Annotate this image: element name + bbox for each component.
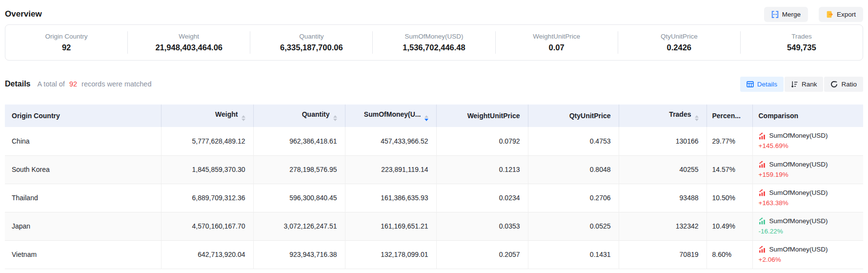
column-header-sum-of-money[interactable]: SumOfMoney(U... xyxy=(345,105,436,127)
cell-qty-unit-price: 0.1431 xyxy=(528,240,619,269)
stat-value: 21,948,403,464.06 xyxy=(128,43,250,52)
sort-carets[interactable] xyxy=(695,115,699,121)
cell-sum-of-money: 457,433,966.52 xyxy=(345,127,436,155)
details-bar: Details A total of92records were matched… xyxy=(5,75,863,93)
rank-icon xyxy=(791,81,798,88)
view-switcher: Details Rank Ratio xyxy=(740,77,863,92)
sort-carets-active-desc[interactable] xyxy=(424,115,428,121)
cell-weight-unit-price: 0.1213 xyxy=(436,155,528,184)
overview-stats-card: Origin Country 92 Weight 21,948,403,464.… xyxy=(5,24,863,61)
cell-comparison: SumOfMoney(USD) +163.38% xyxy=(752,184,863,212)
cell-country: China xyxy=(5,127,161,155)
tab-rank[interactable]: Rank xyxy=(785,77,824,92)
ratio-icon xyxy=(830,81,838,88)
comparison-metric: SumOfMoney(USD) xyxy=(769,216,828,226)
page: Overview Merge xyxy=(0,0,868,269)
cell-qty-unit-price: 0.4753 xyxy=(528,127,619,155)
bar-chart-up-icon xyxy=(759,246,766,253)
sort-carets[interactable] xyxy=(333,115,337,121)
tab-ratio[interactable]: Ratio xyxy=(824,77,863,92)
sort-carets[interactable] xyxy=(242,115,245,121)
cell-trades: 40255 xyxy=(619,155,707,184)
tab-ratio-label: Ratio xyxy=(841,81,857,88)
cell-weight-unit-price: 0.0792 xyxy=(436,127,528,155)
cell-sum-of-money: 132,178,099.01 xyxy=(345,240,436,269)
stat-value: 6,335,187,700.06 xyxy=(250,43,372,52)
bar-chart-up-icon xyxy=(759,189,766,196)
comparison-metric: SumOfMoney(USD) xyxy=(769,131,828,141)
comparison-change: +159.19% xyxy=(759,169,864,180)
cell-percent: 10.49% xyxy=(707,212,752,240)
cell-weight: 5,777,628,489.12 xyxy=(161,127,253,155)
merge-icon xyxy=(771,11,779,18)
export-button[interactable]: Export xyxy=(819,7,863,22)
comparison-metric: SumOfMoney(USD) xyxy=(769,160,828,169)
stat-label: WeightUnitPrice xyxy=(496,33,618,40)
cell-trades: 70819 xyxy=(619,240,707,269)
column-header-percent: Percen... xyxy=(707,105,752,127)
cell-trades: 93488 xyxy=(619,184,707,212)
comparison-change: -16.22% xyxy=(759,226,864,236)
tab-details-label: Details xyxy=(757,81,777,88)
details-title: Details xyxy=(5,80,30,88)
comparison-metric: SumOfMoney(USD) xyxy=(769,245,828,254)
cell-country: South Korea xyxy=(5,155,161,184)
comparison-change: +163.38% xyxy=(759,198,864,208)
cell-weight: 642,713,920.04 xyxy=(161,240,253,269)
cell-comparison: SumOfMoney(USD) -16.22% xyxy=(752,212,863,240)
cell-percent: 10.50% xyxy=(707,184,752,212)
table-icon xyxy=(747,81,754,88)
cell-trades: 130166 xyxy=(619,127,707,155)
overview-title: Overview xyxy=(5,9,42,19)
stat-label: QtyUnitPrice xyxy=(618,33,740,40)
cell-sum-of-money: 161,386,635.93 xyxy=(345,184,436,212)
cell-qty-unit-price: 0.2706 xyxy=(528,184,619,212)
export-button-label: Export xyxy=(837,11,856,18)
comparison-change: +145.69% xyxy=(759,141,864,151)
stat-quantity: Quantity 6,335,187,700.06 xyxy=(250,31,373,54)
cell-weight: 6,889,709,312.36 xyxy=(161,184,253,212)
bar-chart-up-icon xyxy=(759,132,766,140)
table-row-thailand: Thailand 6,889,709,312.36 596,300,840.45… xyxy=(5,184,863,212)
table-row-south-korea: South Korea 1,845,859,370.30 278,198,576… xyxy=(5,155,863,184)
stat-value: 0.07 xyxy=(496,43,618,52)
cell-quantity: 923,943,716.38 xyxy=(253,240,345,269)
column-header-quantity[interactable]: Quantity xyxy=(253,105,345,127)
comparison-change: +2.06% xyxy=(759,254,864,265)
cell-country: Vietnam xyxy=(5,240,161,269)
cell-qty-unit-price: 0.8048 xyxy=(528,155,619,184)
cell-quantity: 596,300,840.45 xyxy=(253,184,345,212)
column-header-weight[interactable]: Weight xyxy=(161,105,253,127)
column-header-weight-unit-price: WeightUnitPrice xyxy=(436,105,528,127)
cell-country: Thailand xyxy=(5,184,161,212)
match-prefix: A total of xyxy=(37,80,64,88)
stat-label: Trades xyxy=(741,33,863,40)
column-header-trades[interactable]: Trades xyxy=(619,105,707,127)
cell-weight-unit-price: 0.0353 xyxy=(436,212,528,240)
cell-trades: 132342 xyxy=(619,212,707,240)
bar-chart-down-icon xyxy=(759,217,766,225)
top-bar: Overview Merge xyxy=(5,0,863,22)
tab-details[interactable]: Details xyxy=(740,77,784,92)
stat-value: 0.2426 xyxy=(618,43,740,52)
cell-country: Japan xyxy=(5,212,161,240)
stat-value: 549,735 xyxy=(741,43,863,52)
cell-quantity: 962,386,418.61 xyxy=(253,127,345,155)
toolbar: Merge Export xyxy=(764,7,863,22)
merge-button[interactable]: Merge xyxy=(764,7,808,22)
stat-label: SumOfMoney(USD) xyxy=(373,33,495,40)
stat-label: Origin Country xyxy=(5,33,127,40)
cell-percent: 14.57% xyxy=(707,155,752,184)
cell-qty-unit-price: 0.0525 xyxy=(528,212,619,240)
stat-label: Quantity xyxy=(250,33,372,40)
cell-sum-of-money: 223,891,119.14 xyxy=(345,155,436,184)
stat-origin-country: Origin Country 92 xyxy=(5,31,128,54)
tab-rank-label: Rank xyxy=(802,81,817,88)
comparison-metric: SumOfMoney(USD) xyxy=(769,188,828,198)
stat-sum-of-money: SumOfMoney(USD) 1,536,702,446.48 xyxy=(373,31,495,54)
cell-comparison: SumOfMoney(USD) +2.06% xyxy=(752,240,863,269)
column-header-comparison: Comparison xyxy=(752,105,863,127)
cell-percent: 8.60% xyxy=(707,240,752,269)
column-header-qty-unit-price: QtyUnitPrice xyxy=(528,105,619,127)
cell-percent: 29.77% xyxy=(707,127,752,155)
